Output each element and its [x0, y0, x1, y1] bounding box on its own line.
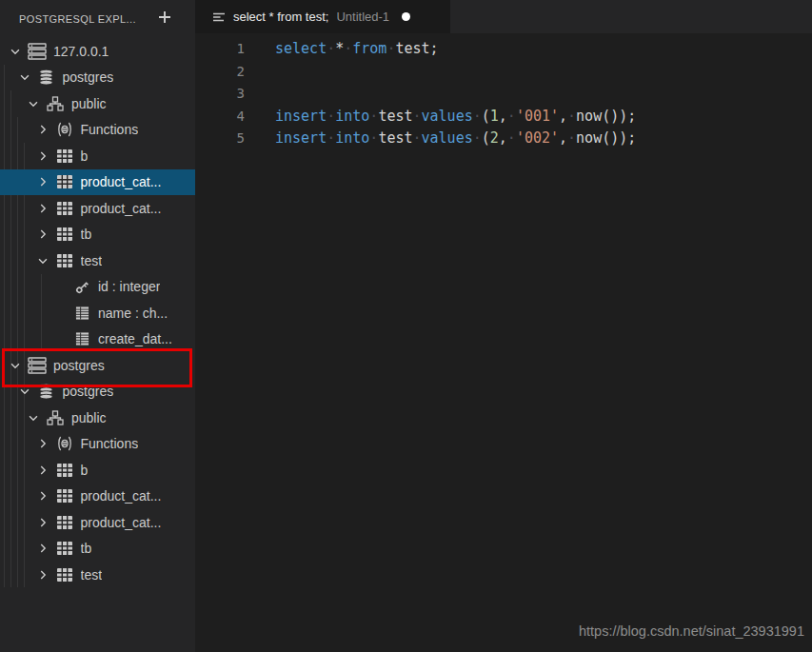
chevron-right-icon[interactable] [35, 541, 50, 556]
chevron-right-icon[interactable] [35, 201, 50, 216]
code-token: , [559, 129, 567, 147]
function-icon [55, 435, 74, 452]
tree-row[interactable]: tb [0, 222, 195, 248]
indent-spacer [0, 522, 35, 523]
tree-row[interactable]: test [0, 247, 195, 274]
indent-spacer [0, 77, 17, 78]
tree-row[interactable]: name : ch... [0, 300, 195, 326]
indent-spacer [0, 260, 35, 261]
code-token: · [473, 108, 482, 125]
indent-spacer [0, 496, 35, 497]
tree-row-label: product_cat... [81, 515, 162, 530]
tree-row[interactable]: Functions [0, 431, 195, 458]
tree-row-label: b [81, 148, 89, 164]
chevron-right-icon[interactable] [35, 515, 50, 530]
tree-row[interactable]: tb [0, 536, 195, 563]
line-number[interactable]: 3 [195, 83, 245, 106]
watermark-url: https://blog.csdn.net/sinat_23931991 [579, 623, 804, 639]
code-token: · [413, 108, 422, 125]
line-number[interactable]: 2 [195, 61, 245, 84]
code-line[interactable]: 2 [195, 61, 812, 84]
tree-row[interactable]: b [0, 143, 195, 169]
code-token: '001' [516, 108, 559, 125]
code-line[interactable]: 3 [195, 83, 812, 106]
indent-spacer [0, 155, 35, 156]
plus-icon [157, 10, 172, 29]
editor-tab-bar: select * from test; Untitled-1 [195, 0, 812, 33]
chevron-right-icon[interactable] [35, 122, 50, 137]
chevron-down-icon[interactable] [26, 96, 41, 111]
indent-spacer [0, 417, 26, 418]
tree-row-label: create_dat... [98, 331, 172, 346]
tree-row[interactable]: Functions [0, 117, 195, 144]
chevron-right-icon[interactable] [35, 463, 50, 478]
chevron-right-icon[interactable] [35, 436, 50, 451]
chevron-down-icon[interactable] [35, 253, 50, 268]
chevron-down-icon[interactable] [8, 44, 23, 59]
tree-row[interactable]: postgres [0, 352, 195, 379]
tree-row-label: product_cat... [81, 174, 162, 189]
code-token: , [499, 108, 507, 125]
schema-icon [46, 409, 65, 426]
indent-spacer [0, 286, 72, 287]
postgresql-explorer-sidebar: POSTGRESQL EXPL... 127.0.0.1postgrespubl… [0, 0, 195, 652]
tree-row[interactable]: public [0, 90, 195, 117]
code-token: ( [482, 129, 490, 147]
code-token: values [422, 129, 473, 147]
tree-row[interactable]: product_cat... [0, 169, 195, 196]
code-token: test [378, 108, 412, 125]
code-token: now()); [576, 108, 636, 125]
code-line[interactable]: 1select·*·from·test; [195, 38, 812, 61]
tree-row[interactable]: postgres [0, 65, 195, 91]
chevron-right-icon[interactable] [35, 174, 50, 189]
tree-row[interactable]: postgres [0, 379, 195, 405]
chevron-right-icon[interactable] [35, 148, 50, 164]
line-number[interactable]: 1 [195, 38, 245, 61]
tree-row-label: id : integer [98, 279, 160, 294]
code-token: · [507, 108, 516, 125]
code-token: select [275, 40, 327, 57]
tree-row[interactable]: create_dat... [0, 326, 195, 353]
table-icon [55, 566, 74, 583]
tab-untitled-1[interactable]: select * from test; Untitled-1 [195, 0, 450, 33]
tree-row[interactable]: 127.0.0.1 [0, 38, 195, 65]
tree-row-label: postgres [53, 358, 105, 373]
code-token: · [567, 108, 576, 125]
tree-row-label: name : ch... [98, 306, 168, 321]
tree-row[interactable]: product_cat... [0, 509, 195, 536]
tree-row-label: Functions [81, 122, 139, 137]
line-number[interactable]: 4 [195, 106, 245, 128]
sidebar-title: POSTGRESQL EXPL... [19, 13, 136, 25]
tree-row[interactable]: public [0, 405, 195, 431]
chevron-down-icon[interactable] [17, 69, 32, 85]
code-line[interactable]: 4insert·into·test·values·(1,·'001',·now(… [195, 106, 812, 128]
chevron-right-icon[interactable] [35, 488, 50, 504]
table-icon [55, 252, 74, 269]
tree-row-label: public [71, 96, 107, 111]
chevron-down-icon[interactable] [17, 384, 32, 399]
code-editor[interactable]: 1select·*·from·test;234insert·into·test·… [195, 33, 812, 652]
modified-indicator-dot[interactable] [402, 12, 410, 21]
chevron-right-icon[interactable] [35, 567, 50, 583]
line-number[interactable]: 5 [195, 128, 245, 150]
tree-row[interactable]: product_cat... [0, 484, 195, 510]
code-token: · [473, 129, 482, 147]
chevron-down-icon[interactable] [26, 410, 41, 425]
tree-row[interactable]: test [0, 562, 195, 588]
code-token: values [422, 108, 473, 125]
tree-row[interactable]: b [0, 457, 195, 484]
function-icon [55, 121, 74, 138]
chevron-right-icon[interactable] [35, 227, 50, 242]
tab-title: select * from test; [233, 10, 328, 24]
add-connection-button[interactable] [154, 9, 175, 30]
tree-row[interactable]: product_cat... [0, 195, 195, 222]
table-icon [55, 487, 74, 504]
key-icon [72, 278, 91, 295]
table-icon [55, 540, 74, 557]
code-line[interactable]: 5insert·into·test·values·(2,·'002',·now(… [195, 128, 812, 150]
indent-spacer [0, 103, 26, 104]
code-token: · [344, 40, 352, 57]
chevron-down-icon[interactable] [8, 358, 23, 373]
indent-spacer [0, 391, 17, 392]
tree-row[interactable]: id : integer [0, 274, 195, 301]
